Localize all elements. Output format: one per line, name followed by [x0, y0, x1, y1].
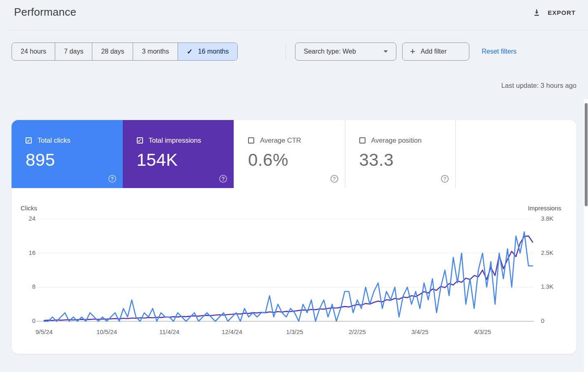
- reset-filters-label: Reset filters: [482, 48, 516, 55]
- scrollbar-thumb[interactable]: [585, 103, 588, 206]
- add-filter-button[interactable]: + Add filter: [402, 42, 469, 61]
- x-axis-tick-label: 12/4/24: [222, 328, 242, 335]
- x-axis-tick-label: 3/4/25: [411, 328, 429, 335]
- date-range-label: 16 months: [198, 48, 229, 55]
- metric-card-total-clicks[interactable]: ✓ Total clicks 895 ?: [12, 120, 123, 188]
- download-icon: [532, 8, 541, 17]
- metric-card-average-position[interactable]: Average position 33.3 ?: [345, 120, 456, 188]
- scrollbar-track[interactable]: [584, 99, 588, 372]
- date-range-label: 7 days: [64, 48, 83, 55]
- x-axis-tick-label: 9/5/24: [35, 328, 53, 335]
- right-axis-tick-label: 1.3K: [541, 283, 553, 290]
- date-range-label: 3 months: [142, 48, 169, 55]
- x-axis-tick-label: 4/3/25: [474, 328, 491, 335]
- checkbox-checked-icon[interactable]: ✓: [137, 137, 143, 144]
- help-icon[interactable]: ?: [219, 175, 227, 183]
- help-icon[interactable]: ?: [330, 175, 338, 183]
- metric-label: Average CTR: [260, 137, 301, 144]
- x-axis-tick-label: 2/2/25: [349, 328, 366, 335]
- left-axis-tick-label: 0: [16, 318, 35, 324]
- x-axis-tick-label: 1/3/25: [286, 328, 303, 335]
- metric-label: Average position: [371, 137, 422, 144]
- metric-label: Total impressions: [149, 137, 201, 144]
- help-icon[interactable]: ?: [108, 175, 116, 183]
- date-range-7-days[interactable]: 7 days: [55, 43, 92, 60]
- series-line-total-impressions[interactable]: [44, 236, 533, 320]
- left-axis-tick-label: 16: [16, 250, 35, 256]
- export-button[interactable]: EXPORT: [532, 5, 576, 20]
- metrics-filler: [456, 120, 576, 188]
- filter-divider: [286, 43, 286, 60]
- metric-value: 895: [26, 150, 123, 170]
- right-axis-tick-label: 0: [541, 318, 544, 324]
- right-axis-tick-label: 3.8K: [541, 215, 553, 222]
- metric-value: 154K: [137, 150, 234, 170]
- last-update-text: Last update: 3 hours ago: [501, 82, 576, 89]
- report-card: ✓ Total clicks 895 ? ✓ Total impressions…: [12, 120, 576, 354]
- date-range-label: 28 days: [101, 48, 124, 55]
- date-range-24-hours[interactable]: 24 hours: [12, 43, 55, 60]
- right-axis-tick-label: 2.5K: [541, 250, 553, 256]
- search-type-dropdown[interactable]: Search type: Web: [295, 42, 396, 61]
- checkbox-unchecked-icon[interactable]: [248, 137, 254, 144]
- series-line-total-clicks[interactable]: [44, 232, 533, 321]
- x-axis-tick-label: 11/4/24: [159, 328, 180, 335]
- checkbox-unchecked-icon[interactable]: [359, 137, 365, 144]
- header-divider: [10, 30, 588, 31]
- left-axis-tick-label: 8: [16, 283, 35, 290]
- metric-value: 0.6%: [248, 150, 345, 170]
- metric-card-average-ctr[interactable]: Average CTR 0.6% ?: [234, 120, 345, 188]
- x-axis-tick-label: 10/5/24: [96, 328, 117, 335]
- date-range-28-days[interactable]: 28 days: [92, 43, 133, 60]
- date-range-label: 24 hours: [21, 48, 46, 55]
- checkbox-checked-icon[interactable]: ✓: [26, 137, 32, 144]
- plus-icon: +: [410, 47, 415, 56]
- metric-card-total-impressions[interactable]: ✓ Total impressions 154K ?: [123, 120, 234, 188]
- metric-value: 33.3: [359, 150, 456, 170]
- date-range-selector: 24 hours 7 days 28 days 3 months ✓ 16 mo…: [12, 42, 238, 61]
- date-range-3-months[interactable]: 3 months: [133, 43, 178, 60]
- search-type-label: Search type: Web: [304, 48, 356, 55]
- checkmark-icon: ✓: [187, 47, 192, 56]
- metric-label: Total clicks: [37, 137, 70, 144]
- metrics-row: ✓ Total clicks 895 ? ✓ Total impressions…: [12, 120, 576, 188]
- chart-area: Clicks Impressions 243.8K162.5K81.3K009/…: [12, 188, 576, 354]
- reset-filters-link[interactable]: Reset filters: [482, 42, 516, 61]
- left-axis-tick-label: 24: [16, 215, 35, 222]
- export-label: EXPORT: [548, 9, 576, 16]
- chevron-down-icon: [384, 50, 388, 53]
- page-title: Performance: [14, 6, 76, 19]
- add-filter-label: Add filter: [421, 48, 447, 55]
- help-icon[interactable]: ?: [441, 175, 449, 183]
- date-range-16-months[interactable]: ✓ 16 months: [178, 43, 237, 60]
